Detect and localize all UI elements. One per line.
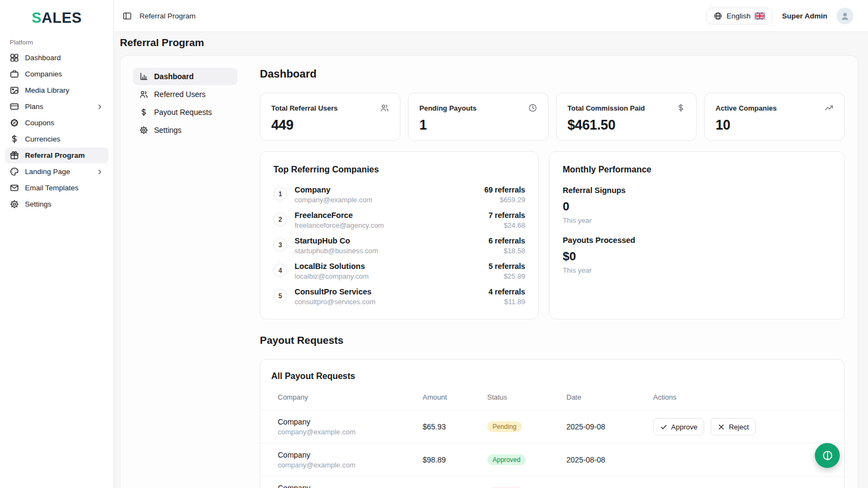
- stat-value: 449: [271, 117, 389, 133]
- top-company-row: 5 ConsultPro Services consultpro@service…: [273, 287, 525, 306]
- sidebar-item-landing-page[interactable]: Landing Page: [5, 164, 108, 179]
- company-email: localbiz@company.com: [295, 272, 481, 280]
- sidebar-item-settings[interactable]: Settings: [5, 196, 108, 212]
- column-header-company: Company: [278, 393, 423, 401]
- dashboard-heading: Dashboard: [260, 68, 845, 80]
- dollar-icon: [676, 104, 685, 112]
- sidebar-section-label: Platform: [10, 39, 113, 46]
- language-selector[interactable]: English: [706, 8, 773, 24]
- stat-card-pending-payouts: Pending Payouts 1: [408, 93, 548, 141]
- tab-dashboard[interactable]: Dashboard: [133, 68, 238, 85]
- x-icon: [718, 423, 725, 431]
- sidebar-toggle-icon[interactable]: [123, 11, 132, 21]
- metric-value: $0: [563, 249, 831, 264]
- referral-count: 6 referrals: [488, 236, 525, 245]
- stat-value: 10: [716, 117, 833, 133]
- stat-label: Total Referral Users: [271, 104, 338, 112]
- metric-period: This year: [563, 266, 831, 274]
- logo-rest: ALES: [42, 10, 82, 27]
- performance-metric: Referral Signups 0 This year: [563, 186, 831, 224]
- top-company-row: 1 Company company@example.com 69 referra…: [273, 185, 525, 204]
- language-label: English: [726, 12, 750, 20]
- referral-amount: $11.89: [488, 298, 525, 306]
- sidebar-item-media-library[interactable]: Media Library: [5, 82, 108, 98]
- globe-icon: [714, 12, 722, 20]
- referral-count: 69 referrals: [484, 185, 526, 194]
- rank-badge: 3: [273, 238, 287, 252]
- clock-icon: [528, 104, 537, 112]
- company-email: company@example.com: [295, 196, 477, 204]
- company-name: StartupHub Co: [295, 236, 481, 245]
- badge-percent-icon: [10, 118, 19, 127]
- users-icon: [139, 90, 148, 99]
- payout-requests-heading: Payout Requests: [260, 335, 845, 346]
- payout-email: company@example.com: [278, 428, 423, 436]
- company-name: FreelanceForce: [295, 211, 481, 220]
- avatar[interactable]: [837, 8, 853, 24]
- payout-date: 2025-09-08: [566, 422, 653, 431]
- credit-card-icon: [10, 102, 19, 111]
- user-name: Super Admin: [782, 12, 827, 20]
- tab-payout-requests[interactable]: Payout Requests: [133, 104, 238, 121]
- rank-badge: 2: [273, 213, 287, 226]
- payout-row: Company company@example.com $65.93 Pendi…: [260, 410, 844, 443]
- page-title: Referral Program: [120, 37, 858, 49]
- referral-amount: $18.58: [488, 247, 525, 255]
- sidebar-nav: Dashboard Companies Media Library Plans …: [0, 50, 113, 212]
- tab-settings[interactable]: Settings: [133, 121, 238, 139]
- grid-icon: [10, 53, 19, 62]
- all-payout-requests-card: All Payout Requests CompanyAmountStatusD…: [260, 359, 845, 488]
- sidebar-item-plans[interactable]: Plans: [5, 99, 108, 114]
- reject-button[interactable]: Reject: [711, 418, 756, 435]
- breadcrumb: Referral Program: [139, 12, 196, 20]
- dollar-icon: [10, 134, 19, 144]
- column-header-status: Status: [487, 393, 566, 401]
- payout-amount: $65.93: [423, 422, 487, 431]
- payout-company: Company: [278, 484, 423, 488]
- dollar-icon: [139, 108, 148, 117]
- monthly-metrics: Referral Signups 0 This year Payouts Pro…: [563, 186, 831, 274]
- top-referring-companies-card: Top Referring Companies 1 Company compan…: [260, 151, 539, 319]
- app-logo[interactable]: SALES: [0, 9, 113, 27]
- sidebar-item-currencies[interactable]: Currencies: [5, 131, 108, 147]
- referral-count: 4 referrals: [488, 287, 525, 296]
- status-badge: Approved: [487, 454, 526, 465]
- company-name: Company: [295, 185, 477, 194]
- payout-table-header: CompanyAmountStatusDateActions: [260, 393, 844, 410]
- tab-referred-users[interactable]: Referred Users: [133, 86, 238, 103]
- image-icon: [10, 86, 19, 95]
- sidebar-item-email-templates[interactable]: Email Templates: [5, 180, 108, 196]
- chevron-right-icon: [96, 103, 104, 111]
- referral-tabs: Dashboard Referred Users Payout Requests…: [133, 68, 238, 488]
- referral-count: 5 referrals: [488, 262, 525, 271]
- assistant-fab[interactable]: [815, 443, 840, 468]
- top-company-row: 3 StartupHub Co startuphub@business.com …: [273, 236, 525, 255]
- chevron-right-icon: [96, 168, 104, 176]
- users-icon: [380, 104, 389, 112]
- column-header-amount: Amount: [423, 393, 487, 401]
- rank-badge: 4: [273, 264, 287, 277]
- company-email: freelanceforce@agency.com: [295, 221, 481, 229]
- payout-row: Company company@example.com $98.89 Appro…: [260, 443, 844, 476]
- trending-up-icon: [825, 104, 833, 112]
- sidebar-item-referral-program[interactable]: Referral Program: [5, 147, 108, 163]
- company-email: consultpro@services.com: [295, 298, 481, 306]
- referral-container: Dashboard Referred Users Payout Requests…: [120, 55, 858, 488]
- approve-button[interactable]: Approve: [653, 418, 704, 435]
- mail-icon: [10, 183, 19, 192]
- sidebar-item-coupons[interactable]: Coupons: [5, 115, 108, 131]
- status-badge: Pending: [487, 421, 522, 432]
- stat-value: 1: [419, 117, 537, 133]
- company-name: ConsultPro Services: [295, 287, 481, 296]
- company-email: startuphub@business.com: [295, 247, 481, 255]
- sidebar-item-dashboard[interactable]: Dashboard: [5, 50, 108, 66]
- rank-badge: 1: [273, 187, 287, 201]
- top-companies-list: 1 Company company@example.com 69 referra…: [273, 185, 525, 306]
- monthly-performance-title: Monthly Performance: [563, 165, 831, 175]
- sidebar-item-companies[interactable]: Companies: [5, 66, 108, 82]
- referral-amount: $24.68: [488, 221, 525, 229]
- topbar: Referral Program English Super Admin: [114, 0, 868, 32]
- referral-count: 7 referrals: [488, 211, 525, 220]
- column-header-actions: Actions: [653, 393, 827, 401]
- stat-label: Pending Payouts: [419, 104, 476, 112]
